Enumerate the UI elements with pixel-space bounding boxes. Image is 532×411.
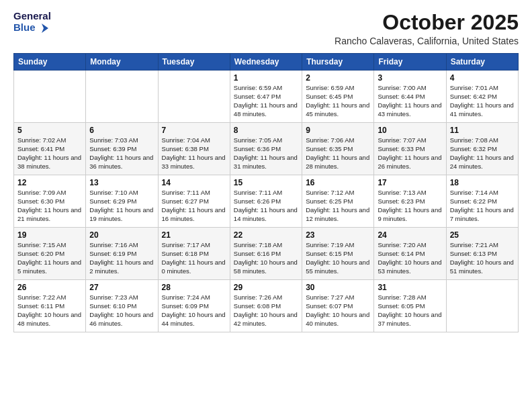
day-number: 25: [450, 230, 515, 240]
day-number: 28: [162, 283, 226, 292]
day-info: Sunrise: 7:08 AM Sunset: 6:32 PM Dayligh…: [450, 136, 515, 171]
day-info: Sunrise: 7:07 AM Sunset: 6:33 PM Dayligh…: [378, 136, 442, 171]
day-info: Sunrise: 7:02 AM Sunset: 6:41 PM Dayligh…: [17, 136, 82, 171]
table-row: 29Sunrise: 7:26 AM Sunset: 6:08 PM Dayli…: [230, 280, 302, 332]
day-info: Sunrise: 7:06 AM Sunset: 6:35 PM Dayligh…: [306, 136, 370, 171]
table-row: 16Sunrise: 7:12 AM Sunset: 6:25 PM Dayli…: [302, 175, 374, 228]
day-number: 26: [17, 283, 82, 292]
day-info: Sunrise: 7:12 AM Sunset: 6:25 PM Dayligh…: [306, 189, 370, 223]
table-row: 21Sunrise: 7:17 AM Sunset: 6:18 PM Dayli…: [158, 228, 230, 280]
col-saturday: Saturday: [446, 54, 518, 71]
day-info: Sunrise: 7:20 AM Sunset: 6:14 PM Dayligh…: [378, 241, 442, 275]
day-info: Sunrise: 7:09 AM Sunset: 6:30 PM Dayligh…: [17, 189, 82, 223]
table-row: 27Sunrise: 7:23 AM Sunset: 6:10 PM Dayli…: [86, 280, 158, 332]
day-number: 9: [306, 126, 370, 135]
table-row: 6Sunrise: 7:03 AM Sunset: 6:39 PM Daylig…: [86, 123, 158, 175]
table-row: [86, 71, 158, 123]
logo-wordmark: General Blue: [13, 11, 51, 34]
day-number: 8: [234, 126, 298, 135]
week-row-4: 19Sunrise: 7:15 AM Sunset: 6:20 PM Dayli…: [14, 228, 519, 280]
day-number: 2: [306, 73, 370, 83]
col-friday: Friday: [374, 54, 446, 71]
table-row: 25Sunrise: 7:21 AM Sunset: 6:13 PM Dayli…: [446, 228, 518, 280]
day-number: 16: [306, 178, 370, 187]
week-row-1: 1Sunrise: 6:59 AM Sunset: 6:47 PM Daylig…: [14, 71, 519, 123]
col-tuesday: Tuesday: [158, 54, 230, 71]
day-number: 5: [17, 126, 82, 135]
day-info: Sunrise: 7:10 AM Sunset: 6:29 PM Dayligh…: [89, 189, 154, 223]
logo-blue: Blue: [13, 22, 51, 34]
table-row: 20Sunrise: 7:16 AM Sunset: 6:19 PM Dayli…: [86, 228, 158, 280]
day-number: 24: [378, 230, 442, 240]
day-info: Sunrise: 7:24 AM Sunset: 6:09 PM Dayligh…: [162, 293, 226, 328]
table-row: 2Sunrise: 6:59 AM Sunset: 6:45 PM Daylig…: [302, 71, 374, 123]
day-info: Sunrise: 7:04 AM Sunset: 6:38 PM Dayligh…: [162, 136, 226, 171]
day-info: Sunrise: 7:01 AM Sunset: 6:42 PM Dayligh…: [450, 84, 515, 118]
day-info: Sunrise: 7:22 AM Sunset: 6:11 PM Dayligh…: [17, 293, 82, 328]
table-row: [158, 71, 230, 123]
table-row: [446, 280, 518, 332]
day-info: Sunrise: 7:00 AM Sunset: 6:44 PM Dayligh…: [378, 84, 442, 118]
table-row: 10Sunrise: 7:07 AM Sunset: 6:33 PM Dayli…: [374, 123, 446, 175]
table-row: 5Sunrise: 7:02 AM Sunset: 6:41 PM Daylig…: [14, 123, 86, 175]
day-number: 4: [450, 73, 515, 83]
table-row: 15Sunrise: 7:11 AM Sunset: 6:26 PM Dayli…: [230, 175, 302, 228]
day-number: 15: [234, 178, 298, 187]
day-info: Sunrise: 7:14 AM Sunset: 6:22 PM Dayligh…: [450, 189, 515, 223]
day-info: Sunrise: 7:11 AM Sunset: 6:27 PM Dayligh…: [162, 189, 226, 223]
day-info: Sunrise: 7:16 AM Sunset: 6:19 PM Dayligh…: [89, 241, 154, 275]
table-row: 9Sunrise: 7:06 AM Sunset: 6:35 PM Daylig…: [302, 123, 374, 175]
day-number: 19: [17, 230, 82, 240]
table-row: 17Sunrise: 7:13 AM Sunset: 6:23 PM Dayli…: [374, 175, 446, 228]
day-number: 11: [450, 126, 515, 135]
day-info: Sunrise: 7:19 AM Sunset: 6:15 PM Dayligh…: [306, 241, 370, 275]
table-row: 30Sunrise: 7:27 AM Sunset: 6:07 PM Dayli…: [302, 280, 374, 332]
day-number: 7: [162, 126, 226, 135]
day-info: Sunrise: 7:11 AM Sunset: 6:26 PM Dayligh…: [234, 189, 298, 223]
table-row: 13Sunrise: 7:10 AM Sunset: 6:29 PM Dayli…: [86, 175, 158, 228]
table-row: 11Sunrise: 7:08 AM Sunset: 6:32 PM Dayli…: [446, 123, 518, 175]
day-number: 21: [162, 230, 226, 240]
col-thursday: Thursday: [302, 54, 374, 71]
day-number: 30: [306, 283, 370, 292]
day-number: 20: [89, 230, 154, 240]
day-number: 3: [378, 73, 442, 83]
table-row: 8Sunrise: 7:05 AM Sunset: 6:36 PM Daylig…: [230, 123, 302, 175]
table-row: 31Sunrise: 7:28 AM Sunset: 6:05 PM Dayli…: [374, 280, 446, 332]
table-row: 24Sunrise: 7:20 AM Sunset: 6:14 PM Dayli…: [374, 228, 446, 280]
day-info: Sunrise: 7:18 AM Sunset: 6:16 PM Dayligh…: [234, 241, 298, 275]
day-number: 29: [234, 283, 298, 292]
table-row: 12Sunrise: 7:09 AM Sunset: 6:30 PM Dayli…: [14, 175, 86, 228]
day-info: Sunrise: 6:59 AM Sunset: 6:45 PM Dayligh…: [306, 84, 370, 118]
day-number: 13: [89, 178, 154, 187]
day-info: Sunrise: 7:28 AM Sunset: 6:05 PM Dayligh…: [378, 293, 442, 328]
day-number: 18: [450, 178, 515, 187]
day-info: Sunrise: 7:23 AM Sunset: 6:10 PM Dayligh…: [89, 293, 154, 328]
day-number: 6: [89, 126, 154, 135]
table-row: 22Sunrise: 7:18 AM Sunset: 6:16 PM Dayli…: [230, 228, 302, 280]
logo: General Blue: [13, 11, 51, 34]
page: General Blue October 2025 Rancho Calaver…: [0, 0, 532, 411]
day-number: 23: [306, 230, 370, 240]
day-info: Sunrise: 7:26 AM Sunset: 6:08 PM Dayligh…: [234, 293, 298, 328]
header: General Blue October 2025 Rancho Calaver…: [13, 11, 519, 46]
day-number: 10: [378, 126, 442, 135]
title-block: October 2025 Rancho Calaveras, Californi…: [335, 11, 519, 46]
week-row-2: 5Sunrise: 7:02 AM Sunset: 6:41 PM Daylig…: [14, 123, 519, 175]
day-info: Sunrise: 7:05 AM Sunset: 6:36 PM Dayligh…: [234, 136, 298, 171]
day-info: Sunrise: 7:03 AM Sunset: 6:39 PM Dayligh…: [89, 136, 154, 171]
month-title: October 2025: [335, 11, 519, 34]
calendar: Sunday Monday Tuesday Wednesday Thursday…: [13, 53, 519, 332]
table-row: 14Sunrise: 7:11 AM Sunset: 6:27 PM Dayli…: [158, 175, 230, 228]
day-number: 17: [378, 178, 442, 187]
day-number: 12: [17, 178, 82, 187]
table-row: 7Sunrise: 7:04 AM Sunset: 6:38 PM Daylig…: [158, 123, 230, 175]
day-number: 14: [162, 178, 226, 187]
day-info: Sunrise: 6:59 AM Sunset: 6:47 PM Dayligh…: [234, 84, 298, 118]
week-row-3: 12Sunrise: 7:09 AM Sunset: 6:30 PM Dayli…: [14, 175, 519, 228]
day-number: 27: [89, 283, 154, 292]
table-row: 3Sunrise: 7:00 AM Sunset: 6:44 PM Daylig…: [374, 71, 446, 123]
location-title: Rancho Calaveras, California, United Sta…: [335, 36, 519, 46]
svg-marker-0: [42, 24, 48, 33]
table-row: 28Sunrise: 7:24 AM Sunset: 6:09 PM Dayli…: [158, 280, 230, 332]
